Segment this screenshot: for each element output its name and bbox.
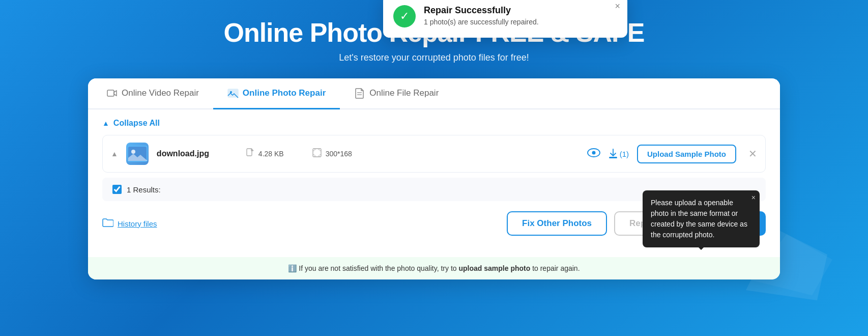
success-toast: ✓ Repair Successfully 1 photo(s) are suc… [383,0,627,38]
footer-note: ℹ️ If you are not satisfied with the pho… [88,257,780,279]
tab-video-repair[interactable]: Online Video Repair [92,78,213,109]
file-row: ▲ download.jpg 4.28 KB [102,135,766,173]
svg-point-7 [131,150,135,154]
file-close-button[interactable]: ✕ [748,148,757,160]
tooltip-close-button[interactable]: × [751,193,756,202]
collapse-chevron-icon: ▲ [102,119,109,127]
toast-title: Repair Successfully [424,5,539,16]
download-count: (1) [620,150,629,158]
tooltip-box: × Please upload a openable photo in the … [643,190,760,247]
history-folder-icon [102,218,113,230]
footer-note-bold: upload sample photo [458,264,530,272]
photo-icon [227,88,239,99]
file-name: download.jpg [157,149,238,158]
svg-point-11 [592,151,595,155]
file-actions: (1) Upload Sample Photo ✕ [587,145,757,163]
svg-rect-9 [313,149,321,157]
success-icon: ✓ [393,5,416,27]
history-files-label: History files [118,219,157,228]
file-dimensions-meta: 300*168 [312,148,352,159]
toast-subtitle: 1 photo(s) are successfully repaired. [424,18,539,26]
preview-eye-icon[interactable] [587,147,600,160]
file-size-meta: 4.28 KB [246,148,284,159]
tab-photo-label: Online Photo Repair [243,88,326,98]
file-thumbnail [126,143,149,165]
toast-content: Repair Successfully 1 photo(s) are succe… [424,5,539,26]
collapse-all-label: Collapse All [113,119,160,128]
file-icon [354,88,365,99]
hero-subtitle: Let's restore your corrupted photo files… [223,52,644,63]
toast-close-button[interactable]: × [615,1,620,12]
file-size-icon [246,148,254,159]
video-icon [106,88,118,99]
tab-video-label: Online Video Repair [122,88,199,98]
svg-rect-0 [107,90,114,96]
collapse-all-button[interactable]: ▲ Collapse All [102,109,766,135]
fix-other-photos-button[interactable]: Fix Other Photos [507,211,607,236]
tab-file-label: Online File Repair [369,88,439,98]
main-card: × Please upload a openable photo in the … [88,78,780,279]
file-size: 4.28 KB [258,150,284,158]
svg-rect-12 [609,157,617,158]
tab-bar: Online Video Repair Online Photo Repair [88,78,780,109]
download-count-button[interactable]: (1) [609,149,629,159]
dimensions-icon [312,148,322,159]
tab-file-repair[interactable]: Online File Repair [340,78,453,109]
tooltip-text: Please upload a openable photo in the sa… [651,199,747,239]
history-files-link[interactable]: History files [102,218,157,230]
tab-photo-repair[interactable]: Online Photo Repair [213,78,340,109]
file-dimensions: 300*168 [326,150,352,158]
file-row-chevron-icon[interactable]: ▲ [111,150,118,158]
upload-sample-photo-button[interactable]: Upload Sample Photo [637,145,736,163]
results-checkbox[interactable] [112,185,122,194]
results-label: 1 Results: [127,185,161,194]
